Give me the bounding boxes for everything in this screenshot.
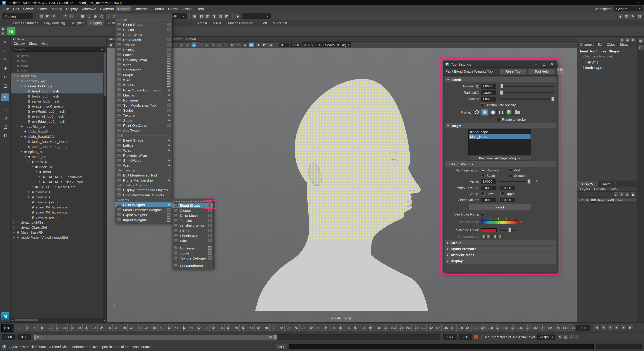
outliner-item-facial-c-neck1root[interactable]: ▸◉FACIAL_C_Neck1Root xyxy=(11,184,106,189)
outliner-item-geometry-grp[interactable]: ▾⊕geometry_grp xyxy=(11,78,106,84)
option-box-wire[interactable] xyxy=(208,239,212,242)
outliner-item-defaultobjectset[interactable]: ▸≡defaultObjectSet xyxy=(11,224,106,230)
menu-item-wire[interactable]: Wire▶ xyxy=(115,163,172,168)
ramp-marker-3[interactable] xyxy=(498,218,500,220)
menu-item-set-membership[interactable]: Set Membership xyxy=(172,263,213,268)
menu-arnold[interactable]: Arnold xyxy=(180,6,194,12)
menu-item-wrinkle[interactable]: Wrinkle xyxy=(115,82,172,88)
expand-arrow[interactable]: ▸ xyxy=(31,185,34,188)
bookmark-icon[interactable] xyxy=(474,335,478,340)
shelf-menu-icon[interactable]: ☰ xyxy=(1,26,5,31)
layer-color-swatch[interactable] xyxy=(591,198,596,202)
object-details-icon[interactable]: ▥ xyxy=(205,13,210,19)
target-section-header[interactable]: ▼Target xyxy=(445,123,556,128)
target-list[interactable]: blendShape1Male_Head xyxy=(468,129,531,155)
value-ramp-pencil-icon[interactable]: ✎ xyxy=(536,179,538,184)
motion-blur-icon[interactable]: ◕ xyxy=(204,42,210,48)
safe-title-icon[interactable]: ▣ xyxy=(242,42,248,48)
menu-item-lattice[interactable]: Lattice xyxy=(172,228,213,233)
rotate-to-stroke-checkbox[interactable] xyxy=(496,118,500,121)
expand-arrow[interactable]: ▾ xyxy=(20,135,23,138)
shelf-tab-poly-modeling[interactable]: Poly Modeling xyxy=(41,20,68,26)
maximize-icon[interactable]: ▢ xyxy=(541,62,547,66)
resolution-gate-icon[interactable]: ▭ xyxy=(217,42,222,48)
layer-menu-help[interactable]: Help xyxy=(610,187,616,191)
current-time-field[interactable]: 0.80 xyxy=(576,325,590,331)
menu-display[interactable]: Display xyxy=(64,6,80,12)
channel-sliders-icon[interactable]: ▤ xyxy=(619,37,624,42)
outliner-item-saliva-lod0-mesh[interactable]: ▩saliva_lod0_mesh xyxy=(11,98,106,104)
option-box-solidify[interactable] xyxy=(167,48,170,51)
shelf-tab-motion-graphics[interactable]: Motion Graphics xyxy=(226,20,256,26)
depth-of-field-icon[interactable]: ◓ xyxy=(198,42,203,48)
animation-start-field[interactable]: 0.80 xyxy=(2,334,16,340)
expand-arrow[interactable]: ▾ xyxy=(20,150,23,153)
shelf-tab-curves-surfaces[interactable]: Curves / Surfaces xyxy=(9,20,41,26)
maximize-button[interactable]: ▢ xyxy=(624,1,632,4)
menu-item-solidify[interactable]: Solidify xyxy=(115,47,172,52)
option-box-delta-mush[interactable] xyxy=(208,214,212,217)
clamp-min-field[interactable]: 0.0000 xyxy=(481,198,496,202)
expand-arrow[interactable]: ▸ xyxy=(12,236,16,239)
menu-constrain[interactable]: Constrain xyxy=(132,6,150,12)
menu-item-wrap[interactable]: Wrap▶ xyxy=(115,148,172,153)
close-button[interactable]: ✕ xyxy=(634,1,642,4)
outliner-pane-layout[interactable]: ◧ xyxy=(1,132,9,139)
shadows-icon[interactable]: ◑ xyxy=(178,42,184,48)
layer-menu-layers[interactable]: Layers xyxy=(580,187,590,191)
time-ruler[interactable]: 2468101214161820222426283032343638404244… xyxy=(15,324,573,332)
snap-to-curves-icon[interactable]: ◡ xyxy=(86,13,92,19)
outliner-item-male-basemale-body[interactable]: ▩Male_BaseMale_Body xyxy=(11,144,106,149)
option-box-cluster[interactable] xyxy=(208,208,212,212)
selection-mask-dropdown[interactable]: ▾ xyxy=(242,14,271,19)
snap-to-projected-center-icon[interactable]: ◎ xyxy=(99,13,104,19)
expand-arrow[interactable]: ▸ xyxy=(27,195,30,198)
menu-item-proximity-wrap[interactable]: Proximity Wrap xyxy=(115,153,172,158)
outliner-item-facial-c-facialroot[interactable]: ▸◉FACIAL_C_FacialRoot xyxy=(11,174,106,179)
layer-row[interactable]: V P head_lod0_layer xyxy=(578,197,636,203)
expand-arrow[interactable]: ▸ xyxy=(12,220,16,224)
reset-tool-button[interactable]: Reset Tool xyxy=(500,68,527,74)
tool-settings-titlebar[interactable]: M Tool Settings ─ ▢ ✕ xyxy=(444,61,557,68)
menu-item-mirror-deformer-weights[interactable]: Mirror Deformer Weights xyxy=(115,207,172,212)
menu-item-add-tweak[interactable]: Add Tweak xyxy=(115,128,172,133)
tool-help-button[interactable]: Tool Help xyxy=(528,68,555,74)
ambient-occlusion-icon[interactable]: ◒ xyxy=(185,42,190,48)
viewport-renderer-icon[interactable]: ◩ xyxy=(224,13,230,19)
outliner-item-head-grp[interactable]: ▾⊕head_grp xyxy=(11,73,106,78)
tear-off-handle[interactable] xyxy=(117,14,170,16)
color-preset-2[interactable] xyxy=(486,235,491,238)
hud-icon[interactable]: ▤ xyxy=(218,13,223,19)
wireframe-color-icon[interactable]: ◧ xyxy=(198,13,204,19)
command-line-language-button[interactable]: MEL xyxy=(276,344,288,349)
layer-visible-toggle[interactable]: V xyxy=(580,198,584,202)
menu-set-dropdown[interactable]: Rigging ▾ xyxy=(2,14,33,19)
lock-camera-icon[interactable]: ◉ xyxy=(108,42,114,48)
time-snap-icon[interactable]: ▦ xyxy=(563,334,568,340)
expand-arrow[interactable]: ▸ xyxy=(12,231,16,234)
isolate-select-icon[interactable]: ◧ xyxy=(249,42,254,48)
menu-item-paint-weights[interactable]: Paint Weights▶ xyxy=(115,202,172,207)
shelf-tab-xgen[interactable]: XGen xyxy=(256,20,270,26)
menu-item-proximity-wrap[interactable]: Proximity Wrap xyxy=(172,223,213,228)
selection-highlight-icon[interactable]: ▣ xyxy=(192,13,198,19)
fps-dropdown[interactable]: 24 fps ▾ xyxy=(537,334,556,340)
option-box-blend-shape[interactable] xyxy=(208,204,212,207)
stylus-pressure-section-header[interactable]: ▶Stylus Pressure xyxy=(445,246,556,252)
menu-item-wrap[interactable]: Wrap xyxy=(115,62,172,67)
menu-item-shrinkwrap[interactable]: ShrinkWrap▶ xyxy=(115,158,172,163)
xray-icon[interactable]: ◨ xyxy=(255,42,260,48)
layer-up-icon[interactable]: ▴ xyxy=(613,192,618,197)
option-box-export-weights[interactable] xyxy=(167,213,170,216)
menu-item-muscle[interactable]: Muscle▶ xyxy=(115,92,172,98)
option-box-shrinkwrap[interactable] xyxy=(208,234,212,237)
option-box-morph[interactable] xyxy=(167,73,170,76)
menu-control[interactable]: Control xyxy=(150,6,166,12)
menu-cache[interactable]: Cache xyxy=(166,6,180,12)
shelf-gear-icon[interactable]: ✱ xyxy=(1,32,5,36)
menu-item-wire[interactable]: Wire xyxy=(115,77,172,82)
modeling-toolkit-icon[interactable]: ◮ xyxy=(617,13,623,19)
menu-item-display-intermediate-objects[interactable]: Display Intermediate Objects xyxy=(115,187,172,192)
expand-arrow[interactable]: ▾ xyxy=(16,125,20,128)
option-box-wrinkle[interactable] xyxy=(167,83,170,86)
